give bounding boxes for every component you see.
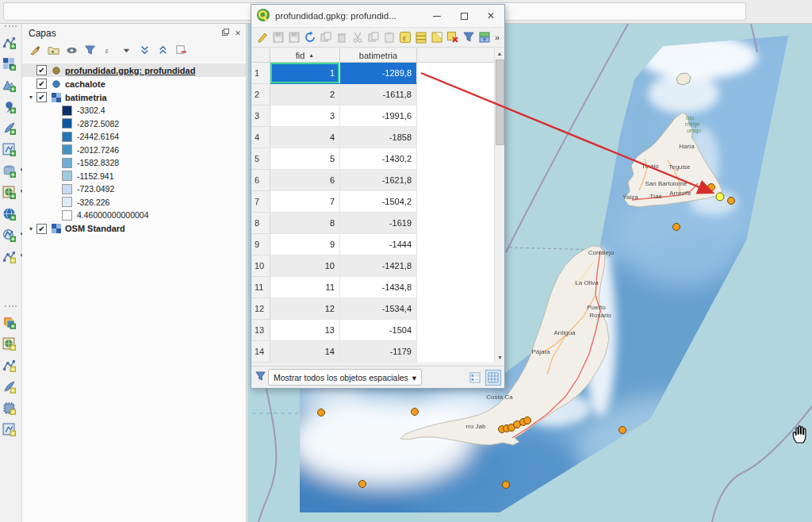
table-row[interactable]: 1313-1504: [251, 320, 494, 341]
window-titlebar[interactable]: profundidad.gpkg: profundid... ✕: [251, 5, 504, 28]
add-mesh-layer-button[interactable]: [2, 75, 21, 96]
float-panel-icon[interactable]: [220, 29, 230, 38]
column-header-fid[interactable]: fid ▲: [270, 48, 340, 62]
row-number[interactable]: 1: [251, 63, 270, 84]
cell-batimetria[interactable]: -1289,8: [340, 63, 417, 84]
select-by-expression-icon[interactable]: ε: [398, 31, 412, 44]
cachalote-point[interactable]: [359, 481, 366, 488]
add-raster-layer-button[interactable]: [2, 53, 21, 75]
cell-fid[interactable]: 14: [270, 341, 340, 363]
remove-layer-icon[interactable]: [174, 44, 188, 57]
toolbar-grip[interactable]: [5, 25, 17, 30]
cell-batimetria[interactable]: -1619: [340, 213, 417, 234]
cell-fid[interactable]: 11: [270, 277, 340, 298]
row-number[interactable]: 12: [251, 298, 270, 320]
selected-feature-point[interactable]: [716, 193, 724, 201]
row-number[interactable]: 8: [251, 213, 270, 234]
table-row[interactable]: 66-1621,8: [251, 170, 494, 191]
add-spatialite-layer-button[interactable]: [2, 139, 21, 160]
cell-batimetria[interactable]: -1430,2: [340, 148, 417, 170]
table-row[interactable]: 33-1991,6: [251, 106, 494, 127]
row-number[interactable]: 9: [251, 234, 270, 255]
add-wms-layer-button[interactable]: ▾: [2, 182, 21, 203]
add-feature-icon[interactable]: [319, 31, 332, 44]
cachalote-point[interactable]: [318, 409, 325, 416]
cell-fid[interactable]: 5: [270, 148, 340, 170]
cell-batimetria[interactable]: -1444: [340, 234, 417, 255]
cell-fid[interactable]: 7: [270, 191, 340, 213]
cachalote-point[interactable]: [619, 427, 626, 434]
cut-feature-icon[interactable]: [350, 31, 364, 44]
paste-feature-icon[interactable]: [382, 31, 396, 44]
filter-by-expression-icon[interactable]: ε: [102, 44, 115, 57]
row-number[interactable]: 7: [251, 191, 270, 213]
feature-filter-button[interactable]: Mostrar todos los objetos espaciales ▾: [268, 369, 422, 386]
cell-batimetria[interactable]: -1858: [340, 127, 417, 148]
new-layer-button[interactable]: [2, 312, 21, 333]
layer-item-cachalote[interactable]: ✔ cachalote: [22, 77, 246, 90]
save-as-icon[interactable]: [287, 31, 301, 44]
table-row[interactable]: 77-1504,2: [251, 191, 494, 213]
layer-checkbox[interactable]: ✔: [36, 79, 47, 89]
cell-batimetria[interactable]: -1434,8: [340, 277, 417, 298]
cell-batimetria[interactable]: -1179: [340, 341, 417, 363]
cell-batimetria[interactable]: -1611,8: [340, 84, 417, 106]
manage-map-themes-icon[interactable]: [65, 44, 79, 57]
layer-item-osm-standard[interactable]: ▾ ✔ OSM Standard: [22, 222, 246, 236]
table-row[interactable]: 11-1289,8: [251, 63, 494, 84]
expand-all-icon[interactable]: [138, 44, 151, 57]
cell-batimetria[interactable]: -1421,8: [340, 255, 417, 277]
add-group-icon[interactable]: [47, 44, 60, 57]
layer-checkbox[interactable]: ✔: [36, 65, 47, 75]
invert-selection-icon[interactable]: [430, 31, 443, 44]
cell-fid[interactable]: 6: [270, 170, 340, 191]
layer-label[interactable]: profundidad.gpkg: profundidad: [65, 66, 195, 75]
cachalote-point[interactable]: [412, 409, 419, 416]
cachalote-point[interactable]: [673, 224, 680, 231]
add-vector-layer-button[interactable]: [2, 32, 21, 53]
column-header-batimetria[interactable]: batimetria: [340, 48, 417, 62]
cell-fid[interactable]: 9: [270, 234, 340, 255]
reload-table-icon[interactable]: [303, 31, 316, 44]
scroll-up-icon[interactable]: ▲: [495, 48, 504, 59]
open-layer-styling-icon[interactable]: [29, 44, 42, 57]
layer-label[interactable]: cachalote: [65, 79, 105, 89]
new-geopackage-layer-button[interactable]: [2, 333, 21, 355]
cachalote-point[interactable]: [524, 417, 531, 424]
deselect-all-icon[interactable]: [446, 31, 459, 44]
table-row[interactable]: 1010-1421,8: [251, 255, 494, 277]
row-number[interactable]: 14: [251, 341, 270, 363]
row-number[interactable]: 5: [251, 148, 270, 170]
toggle-editing-icon[interactable]: [255, 31, 269, 44]
collapse-arrow-icon[interactable]: ▾: [25, 94, 36, 101]
save-edits-icon[interactable]: [271, 31, 285, 44]
collapse-all-icon[interactable]: [156, 44, 170, 57]
cell-fid[interactable]: 4: [270, 127, 340, 148]
layer-item-batimetria[interactable]: ▾ ✔ batimetria: [22, 90, 246, 104]
form-view-button[interactable]: [467, 370, 483, 386]
layer-checkbox[interactable]: ✔: [36, 92, 47, 102]
add-xyz-layer-button[interactable]: [2, 203, 21, 225]
cell-fid[interactable]: 2: [270, 84, 340, 106]
add-database-layer-button[interactable]: ▾: [2, 160, 21, 182]
selected-profundidad-point[interactable]: [716, 193, 724, 201]
delete-feature-icon[interactable]: [335, 31, 348, 44]
cachalote-point[interactable]: [728, 198, 735, 205]
scrollbar-thumb[interactable]: [496, 59, 504, 145]
add-virtual-layer-button[interactable]: ▾: [2, 246, 21, 267]
table-row[interactable]: 1212-1534,4: [251, 298, 494, 320]
layer-checkbox[interactable]: ✔: [36, 224, 47, 234]
maximize-icon[interactable]: [450, 5, 477, 27]
row-number[interactable]: 10: [251, 255, 270, 277]
minimize-icon[interactable]: [423, 5, 450, 27]
row-number[interactable]: 13: [251, 320, 270, 341]
table-corner[interactable]: [251, 48, 270, 62]
cachalote-point[interactable]: [503, 482, 510, 489]
collapse-arrow-icon[interactable]: ▾: [25, 225, 36, 232]
cell-fid[interactable]: 1: [270, 63, 340, 84]
row-number[interactable]: 4: [251, 127, 270, 148]
layer-label[interactable]: OSM Standard: [65, 224, 125, 233]
layer-item-profundidad[interactable]: ✔ profundidad.gpkg: profundidad: [22, 63, 246, 77]
select-all-icon[interactable]: [414, 31, 427, 44]
row-number[interactable]: 6: [251, 170, 270, 191]
